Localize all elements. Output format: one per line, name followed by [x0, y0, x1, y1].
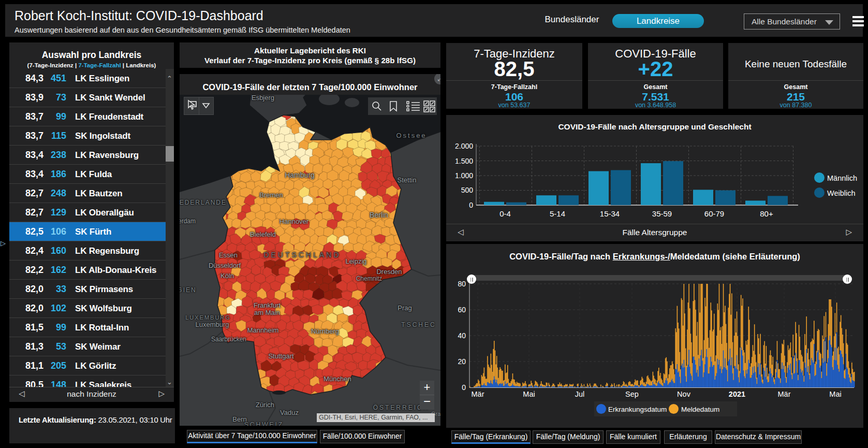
- svg-text:2021: 2021: [729, 390, 745, 398]
- svg-text:1.500: 1.500: [455, 157, 473, 165]
- svg-text:0: 0: [462, 383, 466, 392]
- svg-text:500: 500: [461, 186, 474, 194]
- svg-text:Sep: Sep: [625, 390, 639, 398]
- svg-text:80: 80: [458, 280, 466, 288]
- svg-text:15-34: 15-34: [600, 209, 620, 218]
- svg-text:2.000: 2.000: [455, 142, 473, 150]
- svg-text:60-79: 60-79: [704, 209, 724, 218]
- svg-text:35-59: 35-59: [652, 209, 672, 218]
- svg-text:Mär: Mär: [778, 390, 791, 398]
- svg-text:40: 40: [458, 331, 466, 340]
- svg-text:Mai: Mai: [829, 390, 841, 398]
- svg-text:60: 60: [458, 306, 466, 314]
- svg-text:0: 0: [469, 201, 473, 209]
- svg-text:0-4: 0-4: [499, 209, 511, 218]
- svg-text:1.000: 1.000: [455, 171, 473, 180]
- svg-text:Nov: Nov: [677, 390, 691, 398]
- svg-text:Jul: Jul: [575, 390, 585, 398]
- svg-text:20: 20: [458, 357, 466, 366]
- svg-text:5-14: 5-14: [550, 209, 565, 218]
- svg-text:80+: 80+: [760, 209, 773, 218]
- svg-text:Mär: Mär: [472, 390, 484, 398]
- svg-text:Mai: Mai: [523, 390, 535, 398]
